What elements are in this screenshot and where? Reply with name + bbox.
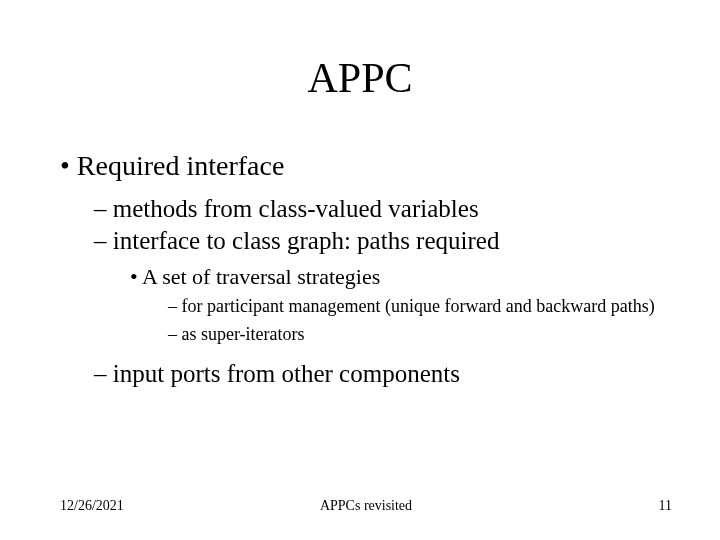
bullet-text: Required interface	[77, 150, 285, 181]
bullet-l2: methods from class-valued variables	[94, 194, 672, 224]
bullet-l1: Required interface	[60, 150, 672, 182]
bullet-l4: for participant management (unique forwa…	[168, 296, 672, 318]
bullet-text: input ports from other components	[113, 360, 460, 387]
footer-title: APPCs revisited	[60, 498, 672, 514]
bullet-text: A set of traversal strategies	[142, 264, 380, 289]
bullet-text: methods from class-valued variables	[113, 195, 479, 222]
slide: APPC Required interface methods from cla…	[0, 0, 720, 540]
bullet-text: for participant management (unique forwa…	[182, 296, 655, 316]
slide-footer: 12/26/2021 APPCs revisited 11	[60, 498, 672, 514]
bullet-text: interface to class graph: paths required	[113, 227, 500, 254]
bullet-l2: interface to class graph: paths required	[94, 226, 672, 256]
bullet-l2: input ports from other components	[94, 359, 672, 389]
bullet-l4: as super-iterators	[168, 324, 672, 346]
slide-title: APPC	[0, 54, 720, 102]
slide-body: Required interface methods from class-va…	[60, 150, 672, 389]
bullet-text: as super-iterators	[182, 324, 305, 344]
bullet-l3: A set of traversal strategies	[130, 264, 672, 290]
